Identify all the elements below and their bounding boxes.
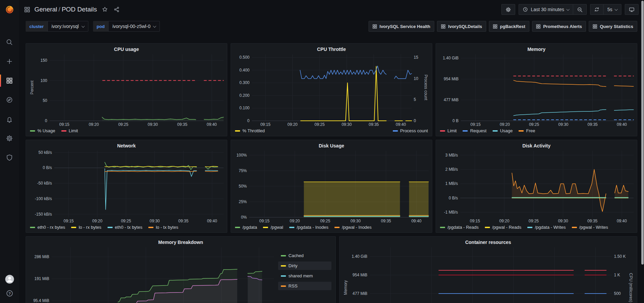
panel-row-2: Network 50 kB/s0 B/s-50 kB/s-100 kB/s-15… [26,140,637,233]
legend-item[interactable]: % Usage [30,128,55,133]
share-dashboard-button[interactable] [113,6,120,13]
legend-item[interactable]: shared mem [278,272,331,280]
y-tick-label: 2 MB/s [445,167,458,172]
refresh-interval-picker[interactable]: 5s [604,4,621,15]
series-% Throttled [301,66,386,121]
sidebar-item-create[interactable] [0,54,19,69]
series-eth0 - tx bytes [105,169,197,210]
legend-item[interactable]: RSS [278,282,331,290]
x-tick-label: 09:35 [174,219,193,223]
y-tick-label: 50 [43,98,47,103]
x-tick-label: 09:25 [114,122,133,127]
legend-item[interactable]: /pgwal - Inodes [334,225,372,230]
legend-item[interactable]: Dirty [278,261,331,270]
legend-item[interactable]: lo - rx bytes [71,225,101,230]
legend-swatch [30,130,35,132]
scrollbar-thumb[interactable] [641,1,644,265]
variable-pod-select[interactable]: ivorysql-00-z5wl-0 [108,21,160,32]
panel-title[interactable]: Memory [439,46,634,52]
sidebar-item-configuration[interactable] [0,131,19,146]
legend-swatch [235,130,240,132]
y-tick-label: 0 B/s [449,195,458,201]
link-ivorysql-service-health[interactable]: IvorySQL Service Health [369,21,435,32]
x-tick-label: 09:15 [255,219,274,223]
time-range-picker[interactable]: Last 30 minutes [519,4,573,15]
legend-item[interactable]: /pgdata [235,225,257,230]
link-prometheus-alerts[interactable]: Prometheus Alerts [532,21,586,32]
legend-item[interactable]: /pgdata - Writes [527,225,566,230]
panel-title[interactable]: Container resources [343,239,634,245]
panel-title[interactable]: Memory Breakdown [29,239,332,245]
legend-item[interactable]: Limit [440,128,457,133]
legend-item[interactable]: Usage [493,128,513,133]
legend: /pgdata/pgwal/pgdata - Inodes/pgwal - In… [234,224,429,230]
question-icon: ? [6,290,13,297]
sidebar-item-alerting[interactable] [0,111,19,127]
gridlines [460,151,634,217]
panel-cpu-throttle: CPU Throttle 00.1000.2000.3000.4000.5000… [231,43,432,136]
panel-title[interactable]: CPU Throttle [234,46,429,52]
legend-item[interactable]: /pgwal - Writes [572,225,608,230]
legend-label: lo - rx bytes [79,225,101,230]
x-tick-label: 09:30 [145,219,164,223]
legend-swatch [393,130,398,132]
help-button[interactable]: ? [0,288,19,298]
legend-item[interactable]: /pgdata - Inodes [289,225,328,230]
panel-title[interactable]: Network [29,143,224,149]
legend-item[interactable]: /pgwal [263,225,283,230]
grafana-logo[interactable] [0,0,19,19]
panel-title[interactable]: Disk Usage [234,143,429,149]
y-tick-label: 0.300 [239,80,250,85]
legend-item[interactable]: eth0 - rx bytes [30,225,65,230]
legend-swatch [485,227,490,228]
legend-item[interactable]: Free [519,128,535,133]
series-Process count [394,70,412,79]
panel-title[interactable]: Disk Activity [439,143,634,149]
legend-item[interactable]: % Throttled [235,128,265,133]
page-title[interactable]: General/POD Details [34,6,97,13]
zoom-out-time-button[interactable] [573,4,587,15]
user-profile[interactable] [0,274,19,284]
series-lo - tx bytes [205,171,218,172]
sidebar-item-dashboards[interactable] [0,73,19,88]
panel-cpu-usage: CPU usage Percent05010015009:1509:2009:2… [26,43,227,136]
dashboard-settings-button[interactable] [501,4,515,15]
x-tick-label: 09:20 [84,122,103,127]
y-tick-label: 1 MB/s [445,181,458,186]
legend-item[interactable]: eth0 - tx bytes [108,225,143,230]
legend-item[interactable]: lo - tx bytes [148,225,178,230]
legend-item[interactable]: Limit [61,128,78,133]
y2-tick-label: 0 [414,118,416,123]
variable-cluster-select[interactable]: ivory:ivorysql [48,21,88,32]
legend-item[interactable]: Process count [393,128,428,133]
legend-swatch [281,265,286,267]
panel-title[interactable]: CPU usage [29,46,224,52]
sidebar-item-explore[interactable] [0,92,19,108]
legend-item[interactable]: /pgdata - Reads [440,225,479,230]
link-query-statistics[interactable]: Query Statistics [589,21,637,32]
refresh-button[interactable] [590,4,604,15]
legend-swatch [519,130,524,132]
legend-item[interactable]: Cached [278,251,331,260]
y-tick-label: 286 MiB [34,254,49,259]
y-axis-ticks: 0%25%50%75%100% [234,151,249,217]
link-ivorysql-details[interactable]: IvorySQLDetails [437,21,486,32]
tv-mode-button[interactable] [625,4,639,15]
legend-item[interactable]: /pgwal - Reads [485,225,522,230]
legend-label: Request [470,128,486,133]
sidebar-item-search[interactable] [0,34,19,50]
time-controls: Last 30 minutes [519,4,587,15]
legend-label: /pgwal - Reads [492,225,522,230]
x-tick-label: 09:40 [391,122,410,127]
gridlines [461,54,634,121]
panel-row-3: Memory Breakdown 95.4 MiB191 MiB286 MiB0… [26,236,637,303]
sidebar-item-server-admin[interactable] [0,150,19,165]
legend-item[interactable]: Request [463,128,486,133]
y2-tick-label: 15 [414,55,418,60]
plot-area: 09:1509:2009:2509:3009:3509:40 [460,151,634,217]
legend-swatch [493,130,498,132]
x-tick-label: 09:15 [256,122,275,127]
link-pgbackrest[interactable]: pgBackRest [489,21,529,32]
x-tick-label: 09:25 [525,122,544,127]
star-dashboard-button[interactable] [101,6,109,13]
